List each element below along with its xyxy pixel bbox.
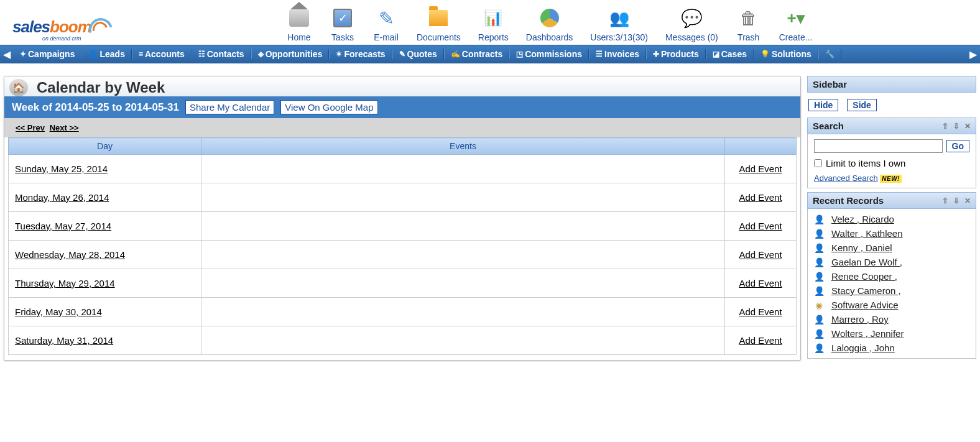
org-icon: ◉ [814,300,824,310]
search-input[interactable] [814,139,943,153]
nav-leads[interactable]: 👤Leads [81,49,131,59]
logo[interactable]: salesboom on demand crm [12,5,187,42]
nav-contracts[interactable]: ✍Contracts [444,49,509,59]
sidebar-title: Sidebar [807,76,976,93]
day-link[interactable]: Friday, May 30, 2014 [15,306,102,317]
sidebar-hide-button[interactable]: Hide [808,99,838,111]
reports-icon: 📊 [484,9,502,27]
nav-cases[interactable]: ◪Cases [706,49,754,59]
toolbar-trash[interactable]: 🗑Trash [736,5,762,42]
next-week-link[interactable]: Next >> [50,123,79,132]
recent-link[interactable]: Walter , Kathleen [831,228,903,239]
week-range: Week of 2014-05-25 to 2014-05-31 [12,101,179,114]
view-on-map-button[interactable]: View On Google Map [280,100,377,114]
nav-opportunities[interactable]: ◈Opportunities [251,49,330,59]
recent-link[interactable]: Marrero , Roy [831,314,889,325]
recent-link[interactable]: Velez , Ricardo [831,214,894,224]
recent-link[interactable]: Wolters , Jennifer [831,328,904,339]
folder-icon [429,10,448,26]
toolbar-tasks-label: Tasks [330,32,356,42]
col-day-header: Day [9,138,201,155]
content: 🏠 Calendar by Week Week of 2014-05-25 to… [4,76,801,361]
nav-invoices[interactable]: ☰Invoices [589,49,646,59]
nav-quotes[interactable]: ✎Quotes [392,49,444,59]
add-event-link[interactable]: Add Event [739,278,782,288]
add-event-link[interactable]: Add Event [739,163,782,174]
calendar-row: Wednesday, May 28, 2014Add Event [9,241,797,269]
panel-home-icon[interactable]: 🏠 [9,79,28,96]
panel-title-row: 🏠 Calendar by Week [4,76,800,96]
person-icon: 👤 [814,315,824,325]
nav-solutions[interactable]: 💡Solutions [754,49,818,59]
toolbar-messages[interactable]: 💬Messages (0) [665,5,718,42]
toolbar-dashboards[interactable]: Dashboards [526,5,573,42]
recent-link[interactable]: Renee Cooper , [831,271,897,282]
day-link[interactable]: Thursday, May 29, 2014 [15,278,115,288]
nav-scroll-right[interactable]: ▶ [966,48,980,60]
nav-accounts[interactable]: ≡Accounts [132,49,192,59]
nav-commissions[interactable]: ◳Commissions [509,49,589,59]
recent-widget-header: Recent Records ⇧ ⇩ ✕ [807,192,976,209]
recent-link[interactable]: Gaelan De Wolf , [831,257,902,267]
widget-down-icon[interactable]: ⇩ [953,122,959,131]
day-link[interactable]: Wednesday, May 28, 2014 [15,249,125,260]
nav-forecasts[interactable]: ✶Forecasts [329,49,392,59]
day-link[interactable]: Monday, May 26, 2014 [15,192,109,203]
recent-item: 👤Velez , Ricardo [814,214,969,224]
add-event-link[interactable]: Add Event [739,306,782,317]
add-event-link[interactable]: Add Event [739,192,782,203]
toolbar-email[interactable]: ✎E-mail [373,5,399,42]
recent-link[interactable]: Kenny , Daniel [831,242,892,253]
day-link[interactable]: Saturday, May 31, 2014 [15,335,113,346]
add-event-link[interactable]: Add Event [739,221,782,231]
person-icon: 👤 [814,214,824,224]
limit-checkbox[interactable] [814,159,822,167]
nav-contacts[interactable]: ☷Contacts [192,49,251,59]
widget-down-icon[interactable]: ⇩ [953,196,959,205]
toolbar-tasks[interactable]: Tasks [330,5,356,42]
calendar-row: Saturday, May 31, 2014Add Event [9,326,797,355]
prev-week-link[interactable]: << Prev [16,123,45,132]
add-event-link[interactable]: Add Event [739,249,782,260]
nav-cases-label: Cases [721,49,747,59]
nav-invoices-label: Invoices [604,49,639,59]
users-icon: 👥 [609,9,629,28]
nav-quotes-label: Quotes [407,49,437,59]
recent-link[interactable]: Laloggia , John [831,343,895,353]
plus-icon: +▾ [787,9,805,28]
calendar-row: Monday, May 26, 2014Add Event [9,183,797,212]
nav-campaigns[interactable]: ✦Campaigns [14,49,81,59]
toolbar-home[interactable]: Home [286,5,312,42]
search-widget: Search ⇧ ⇩ ✕ Go Limit to items I own Adv… [807,117,976,188]
widget-up-icon[interactable]: ⇧ [942,122,948,131]
toolbar-create[interactable]: +▾Create... [779,5,813,42]
toolbar-documents[interactable]: Documents [417,5,461,42]
toolbar-users-label: Users:3/13(30) [590,32,648,42]
nav-scroll-left[interactable]: ◀ [0,48,14,60]
toolbar-users[interactable]: 👥Users:3/13(30) [590,5,648,42]
widget-close-icon[interactable]: ✕ [964,122,971,131]
widget-up-icon[interactable]: ⇧ [942,196,948,205]
search-widget-header: Search ⇧ ⇩ ✕ [807,117,976,134]
logo-part1: sales [12,17,50,36]
toolbar-reports[interactable]: 📊Reports [478,5,509,42]
advanced-search-link[interactable]: Advanced Search [814,173,878,183]
share-calendar-button[interactable]: Share My Calendar [185,100,274,114]
limit-label: Limit to items I own [826,158,905,168]
sidebar-title-text: Sidebar [813,79,847,90]
day-link[interactable]: Tuesday, May 27, 2014 [15,221,111,231]
wrench-icon: 🔧 [825,50,834,58]
add-event-link[interactable]: Add Event [739,335,782,346]
main: 🏠 Calendar by Week Week of 2014-05-25 to… [0,63,980,367]
nav-products[interactable]: ✚Products [646,49,706,59]
nav-tools[interactable]: 🔧 [818,49,841,59]
nav-contracts-label: Contracts [462,49,502,59]
recent-item: ◉Software Advice [814,300,969,310]
events-cell [201,298,725,326]
recent-link[interactable]: Stacy Cameron , [831,285,901,296]
search-go-button[interactable]: Go [946,140,969,152]
recent-link[interactable]: Software Advice [831,300,899,310]
widget-close-icon[interactable]: ✕ [964,196,971,205]
sidebar-side-button[interactable]: Side [847,99,877,111]
day-link[interactable]: Sunday, May 25, 2014 [15,163,108,174]
